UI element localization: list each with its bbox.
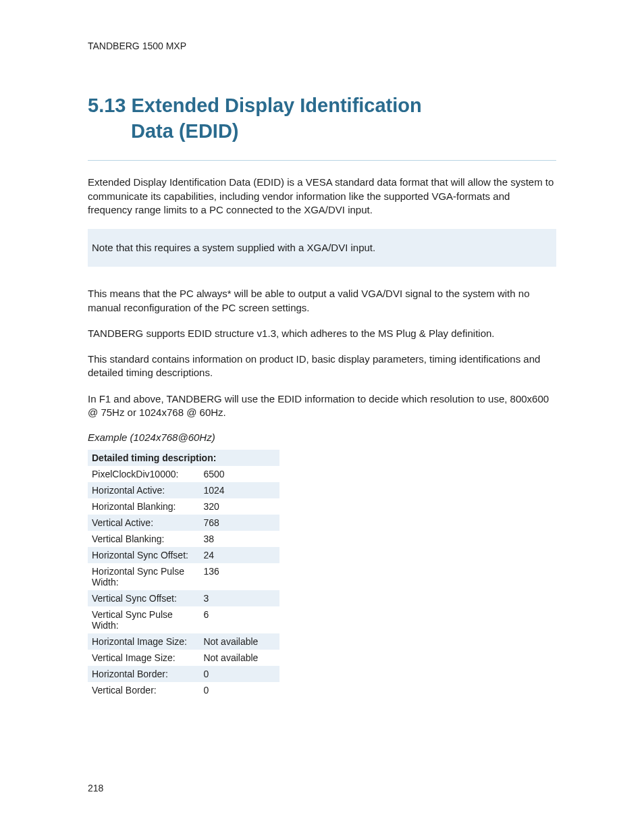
table-row: Vertical Active:768 bbox=[88, 515, 279, 531]
row-label: Vertical Sync Pulse Width: bbox=[88, 606, 199, 633]
document-page: TANDBERG 1500 MXP 5.13 Extended Display … bbox=[0, 0, 644, 834]
row-label: Vertical Active: bbox=[88, 515, 199, 531]
paragraph-3: TANDBERG supports EDID structure v1.3, w… bbox=[88, 327, 556, 340]
table-header-row: Detailed timing description: bbox=[88, 450, 279, 466]
row-value: Not available bbox=[199, 633, 279, 650]
table-row: Horizontal Border:0 bbox=[88, 666, 279, 682]
row-label: Horizontal Active: bbox=[88, 482, 199, 498]
note-text: Note that this requires a system supplie… bbox=[92, 241, 549, 255]
row-value: 0 bbox=[199, 682, 279, 698]
table-row: Horizontal Sync Offset:24 bbox=[88, 547, 279, 563]
note-box: Note that this requires a system supplie… bbox=[88, 229, 556, 267]
example-caption: Example (1024x768@60Hz) bbox=[88, 432, 556, 443]
row-label: Horizontal Sync Pulse Width: bbox=[88, 563, 199, 590]
section-title: 5.13 Extended Display Identification Dat… bbox=[88, 93, 556, 144]
row-label: Vertical Sync Offset: bbox=[88, 590, 199, 606]
row-label: Horizontal Border: bbox=[88, 666, 199, 682]
table-row: Vertical Blanking:38 bbox=[88, 531, 279, 547]
page-number: 218 bbox=[88, 783, 103, 793]
table-row: Horizontal Active:1024 bbox=[88, 482, 279, 498]
table-row: Horizontal Sync Pulse Width:136 bbox=[88, 563, 279, 590]
paragraph-2: This means that the PC always* will be a… bbox=[88, 287, 556, 315]
row-value: 1024 bbox=[199, 482, 279, 498]
table-row: Horizontal Blanking:320 bbox=[88, 498, 279, 515]
paragraph-4: This standard contains information on pr… bbox=[88, 353, 556, 380]
row-value: Not available bbox=[199, 650, 279, 666]
row-value: 0 bbox=[199, 666, 279, 682]
table-row: Vertical Image Size:Not available bbox=[88, 650, 279, 666]
row-value: 24 bbox=[199, 547, 279, 563]
row-value: 136 bbox=[199, 563, 279, 590]
paragraph-5: In F1 and above, TANDBERG will use the E… bbox=[88, 392, 556, 420]
table-header: Detailed timing description: bbox=[88, 450, 279, 466]
row-label: Horizontal Sync Offset: bbox=[88, 547, 199, 563]
document-header: TANDBERG 1500 MXP bbox=[88, 41, 556, 51]
row-value: 3 bbox=[199, 590, 279, 606]
row-value: 320 bbox=[199, 498, 279, 515]
divider bbox=[88, 160, 556, 161]
row-label: Vertical Blanking: bbox=[88, 531, 199, 547]
row-label: PixelClockDiv10000: bbox=[88, 466, 199, 482]
paragraph-intro: Extended Display Identification Data (ED… bbox=[88, 176, 556, 217]
row-label: Horizontal Image Size: bbox=[88, 633, 199, 650]
row-value: 768 bbox=[199, 515, 279, 531]
row-value: 6500 bbox=[199, 466, 279, 482]
row-label: Horizontal Blanking: bbox=[88, 498, 199, 515]
row-value: 6 bbox=[199, 606, 279, 633]
title-line-2: Data (EDID) bbox=[88, 119, 556, 145]
table-row: Vertical Border:0 bbox=[88, 682, 279, 698]
table-row: Vertical Sync Offset:3 bbox=[88, 590, 279, 606]
timing-table: Detailed timing description: PixelClockD… bbox=[88, 450, 279, 698]
row-label: Vertical Image Size: bbox=[88, 650, 199, 666]
table-row: Vertical Sync Pulse Width:6 bbox=[88, 606, 279, 633]
row-value: 38 bbox=[199, 531, 279, 547]
title-line-1: 5.13 Extended Display Identification bbox=[88, 95, 422, 116]
table-row: Horizontal Image Size:Not available bbox=[88, 633, 279, 650]
table-row: PixelClockDiv10000:6500 bbox=[88, 466, 279, 482]
row-label: Vertical Border: bbox=[88, 682, 199, 698]
